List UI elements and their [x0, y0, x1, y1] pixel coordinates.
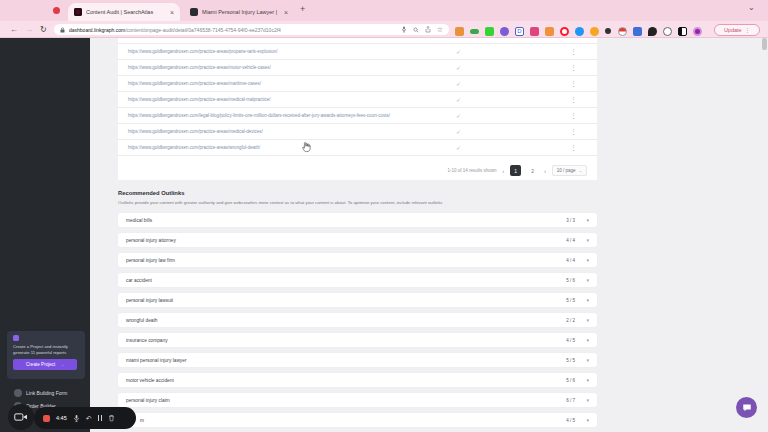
- tab-close-icon[interactable]: ×: [284, 9, 288, 16]
- caret-down-icon[interactable]: ▾: [586, 297, 589, 303]
- screen-recorder-camera-bubble[interactable]: [8, 404, 34, 430]
- tab-miami-personal-injury[interactable]: Miami Personal Injury Lawyer | ×: [184, 3, 294, 21]
- back-button[interactable]: ←: [10, 25, 18, 34]
- extension-icon-8[interactable]: [560, 27, 569, 36]
- caret-down-icon[interactable]: ▾: [586, 337, 589, 343]
- caret-down-icon[interactable]: ▾: [586, 217, 589, 223]
- outlink-row[interactable]: car accident 5 / 6 ▾: [118, 273, 597, 287]
- caret-down-icon[interactable]: ▾: [586, 277, 589, 283]
- undo-icon[interactable]: ↶: [86, 415, 92, 422]
- url-text[interactable]: dashboard.linkgraph.com/content/onpage-a…: [69, 27, 395, 33]
- arrow-right-icon: →: [59, 362, 64, 367]
- extension-icon-7[interactable]: [545, 27, 554, 36]
- page-url-link[interactable]: https://www.goldbergandrosen.com/legal-b…: [128, 113, 390, 118]
- extension-icon-14[interactable]: [648, 27, 657, 36]
- outlink-count: 4 / 5: [566, 338, 575, 343]
- outlink-row[interactable]: medical bills 3 / 3 ▾: [118, 213, 597, 227]
- bookmark-star-icon[interactable]: ☆: [437, 26, 443, 33]
- search-lens-icon[interactable]: [413, 27, 419, 33]
- extension-icon-2[interactable]: [470, 29, 479, 34]
- extension-icon-1[interactable]: [455, 27, 464, 36]
- page-url-link[interactable]: https://www.goldbergandrosen.com/practic…: [128, 49, 278, 54]
- extension-icon-10[interactable]: [590, 27, 599, 36]
- row-menu-icon[interactable]: ⋮: [570, 128, 577, 136]
- outlink-row[interactable]: wrongful death 2 / 2 ▾: [118, 313, 597, 327]
- table-row[interactable]: https://www.goldbergandrosen.com/legal-b…: [118, 108, 597, 124]
- extension-icon-13[interactable]: [633, 27, 642, 36]
- page-url-link[interactable]: https://www.goldbergandrosen.com/practic…: [128, 97, 271, 102]
- table-row[interactable]: https://www.goldbergandrosen.com/practic…: [118, 44, 597, 60]
- row-menu-icon[interactable]: ⋮: [570, 64, 577, 72]
- caret-down-icon[interactable]: ▾: [586, 377, 589, 383]
- table-row[interactable]: https://www.goldbergandrosen.com/practic…: [118, 76, 597, 92]
- tab-content-audit[interactable]: Content Audit | SearchAtlas ×: [68, 3, 180, 21]
- pause-button[interactable]: [98, 415, 103, 421]
- table-row[interactable]: https://www.goldbergandrosen.com/practic…: [118, 140, 597, 156]
- extension-icon-5[interactable]: D: [515, 27, 524, 36]
- caret-down-icon[interactable]: ▾: [586, 417, 589, 423]
- extension-icon-15[interactable]: [663, 27, 672, 36]
- trash-icon[interactable]: [108, 414, 115, 422]
- outlink-row[interactable]: insurance company 4 / 5 ▾: [118, 333, 597, 347]
- extension-icon-11[interactable]: [605, 28, 611, 34]
- caret-down-icon[interactable]: ▾: [586, 357, 589, 363]
- share-icon[interactable]: [425, 26, 431, 33]
- outlink-count: 4 / 4: [566, 258, 575, 263]
- outlink-keyword: personal injury attorney: [126, 238, 176, 243]
- outlink-row[interactable]: personal injury claim 6 / 7 ▾: [118, 393, 597, 407]
- browser-tab-strip: Content Audit | SearchAtlas × Miami Pers…: [0, 0, 768, 21]
- row-menu-icon[interactable]: ⋮: [570, 80, 577, 88]
- outlink-row[interactable]: miami personal injury lawyer 5 / 5 ▾: [118, 353, 597, 367]
- caret-down-icon[interactable]: ▾: [586, 257, 589, 263]
- extension-icon-3[interactable]: [485, 27, 494, 36]
- table-row[interactable]: https://www.goldbergandrosen.com/practic…: [118, 124, 597, 140]
- pagination-page-2[interactable]: 2: [527, 165, 538, 176]
- page-url-link[interactable]: https://www.goldbergandrosen.com/practic…: [128, 65, 271, 70]
- outlink-row[interactable]: personal injury law firm 4 / 4 ▾: [118, 253, 597, 267]
- mic-icon[interactable]: [401, 26, 407, 33]
- outlink-row[interactable]: m 4 / 5 ▾: [118, 413, 597, 427]
- pagination-page-1[interactable]: 1: [510, 165, 521, 176]
- outlink-row[interactable]: personal injury attorney 4 / 4 ▾: [118, 233, 597, 247]
- extension-icon-4[interactable]: [500, 27, 509, 36]
- sidebar-item-link-building-form[interactable]: Link Building Form: [14, 389, 67, 397]
- extension-icon-16[interactable]: [678, 27, 687, 36]
- page-size-select[interactable]: 10 / page ⌄: [552, 165, 587, 176]
- kebab-menu-icon[interactable]: ⋮: [745, 27, 751, 33]
- new-tab-button[interactable]: +: [300, 4, 305, 14]
- page-url-link[interactable]: https://www.goldbergandrosen.com/practic…: [128, 129, 263, 134]
- table-row[interactable]: https://www.goldbergandrosen.com/practic…: [118, 92, 597, 108]
- caret-down-icon[interactable]: ▾: [586, 237, 589, 243]
- extension-icon-9[interactable]: [575, 27, 584, 36]
- row-menu-icon[interactable]: ⋮: [570, 96, 577, 104]
- extension-icon-17[interactable]: [693, 27, 702, 36]
- caret-down-icon[interactable]: ▾: [586, 397, 589, 403]
- row-menu-icon[interactable]: ⋮: [570, 144, 577, 152]
- check-icon: ✓: [456, 80, 461, 87]
- chevron-down-icon[interactable]: ⌄: [748, 3, 755, 12]
- chat-widget-button[interactable]: [736, 397, 757, 418]
- reload-button[interactable]: ↻: [40, 25, 47, 34]
- forward-button[interactable]: →: [25, 25, 33, 34]
- outlink-row[interactable]: motor vehicle accident 5 / 6 ▾: [118, 373, 597, 387]
- update-button[interactable]: Update ⋮: [714, 24, 760, 36]
- tab-close-icon[interactable]: ×: [170, 9, 174, 16]
- create-project-button[interactable]: Create Project →: [13, 359, 77, 370]
- stop-recording-button[interactable]: [43, 415, 50, 422]
- outlink-row[interactable]: personal injury lawsuit 5 / 5 ▾: [118, 293, 597, 307]
- table-row[interactable]: https://www.goldbergandrosen.com/practic…: [118, 60, 597, 76]
- pagination-prev-button[interactable]: ‹: [503, 168, 505, 174]
- row-menu-icon[interactable]: ⋮: [570, 112, 577, 120]
- address-bar[interactable]: dashboard.linkgraph.com/content/onpage-a…: [54, 24, 449, 35]
- extension-icon-12[interactable]: [618, 27, 627, 36]
- mic-icon[interactable]: [73, 414, 80, 423]
- page-url-link[interactable]: https://www.goldbergandrosen.com/practic…: [128, 145, 260, 150]
- page-scrollbar-thumb[interactable]: [762, 38, 767, 50]
- page-url-link[interactable]: https://www.goldbergandrosen.com/practic…: [128, 81, 261, 86]
- caret-down-icon[interactable]: ▾: [586, 317, 589, 323]
- pagination-next-button[interactable]: ›: [544, 168, 546, 174]
- screen-recorder-toolbar: 4:45 ↶: [34, 407, 136, 429]
- extension-icon-6[interactable]: [530, 27, 539, 36]
- sidebar-item-label: Link Building Form: [26, 390, 67, 396]
- row-menu-icon[interactable]: ⋮: [570, 48, 577, 56]
